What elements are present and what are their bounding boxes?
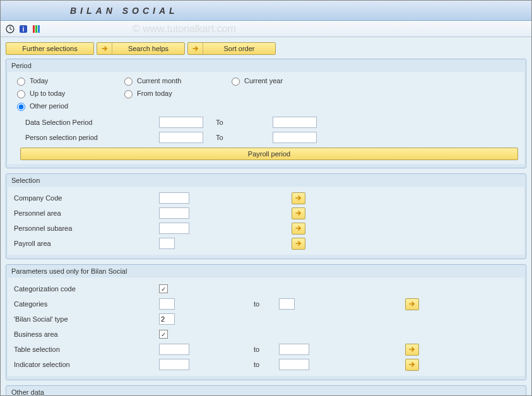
radio-up-to-today-label: Up to today bbox=[30, 90, 65, 97]
page-title: BILAN SOCIAL bbox=[70, 6, 179, 16]
business-area-row: Business area bbox=[14, 327, 518, 342]
person-selection-period-row: Person selection period To bbox=[14, 130, 518, 145]
data-selection-period-from-input[interactable] bbox=[159, 117, 203, 128]
payroll-period-button[interactable]: Payroll period bbox=[20, 148, 518, 160]
table-selection-row: Table selection to bbox=[14, 342, 518, 357]
selection-panel-title: Selection bbox=[6, 175, 526, 187]
svg-rect-6 bbox=[35, 25, 37, 33]
toolbar: i © www.tutorialkart.com bbox=[1, 21, 531, 37]
to-label: to bbox=[254, 300, 279, 308]
categories-to-input[interactable] bbox=[279, 298, 295, 310]
execute-icon[interactable] bbox=[4, 23, 16, 35]
parameters-panel-title: Parameters used only for Bilan Social bbox=[6, 266, 526, 277]
table-selection-to-input[interactable] bbox=[279, 344, 309, 355]
period-radio-grid: Today Current month Current year Up to t… bbox=[14, 76, 518, 111]
categorization-code-label: Categorization code bbox=[14, 285, 159, 293]
business-area-label: Business area bbox=[14, 330, 159, 338]
radio-today-label: Today bbox=[30, 77, 48, 84]
to-label: To bbox=[216, 119, 273, 126]
radio-up-to-today-input[interactable] bbox=[17, 90, 25, 98]
categories-row: Categories to bbox=[14, 296, 518, 312]
personnel-subarea-input[interactable] bbox=[159, 223, 189, 234]
table-selection-from-input[interactable] bbox=[159, 344, 189, 355]
personnel-area-multiselect-button[interactable] bbox=[292, 207, 305, 219]
company-code-row: Company Code bbox=[14, 190, 518, 206]
content-area: Further selections Search helps Sort ord… bbox=[1, 37, 531, 395]
person-selection-period-to-input[interactable] bbox=[273, 132, 317, 143]
radio-today-input[interactable] bbox=[17, 78, 25, 86]
arrow-right-icon bbox=[188, 43, 203, 54]
selection-panel-body: Company Code Personnel area Personnel su… bbox=[8, 187, 524, 255]
bilan-social-type-row: 'Bilan Social' type bbox=[14, 312, 518, 327]
radio-current-year[interactable]: Current year bbox=[228, 76, 355, 86]
further-selections-button[interactable]: Further selections bbox=[6, 42, 94, 55]
radio-current-year-input[interactable] bbox=[232, 78, 240, 86]
data-selection-period-row: Data Selection Period To bbox=[14, 115, 518, 130]
bilan-social-type-input[interactable] bbox=[159, 313, 175, 325]
radio-current-month[interactable]: Current month bbox=[121, 76, 228, 86]
svg-rect-5 bbox=[33, 25, 35, 33]
radio-other-period-input[interactable] bbox=[17, 103, 25, 111]
categorization-code-row: Categorization code bbox=[14, 281, 518, 296]
personnel-area-label: Personnel area bbox=[14, 209, 159, 217]
sort-order-label: Sort order bbox=[203, 45, 275, 52]
personnel-subarea-label: Personnel subarea bbox=[14, 224, 159, 232]
indicator-selection-from-input[interactable] bbox=[159, 359, 189, 370]
table-selection-label: Table selection bbox=[14, 346, 159, 353]
arrow-right-icon bbox=[97, 43, 112, 54]
personnel-subarea-multiselect-button[interactable] bbox=[292, 223, 305, 235]
other-data-panel: Other data bbox=[6, 385, 526, 396]
radio-today[interactable]: Today bbox=[14, 76, 121, 86]
data-selection-period-to-input[interactable] bbox=[273, 117, 317, 128]
indicator-selection-multiselect-button[interactable] bbox=[405, 359, 419, 371]
personnel-subarea-row: Personnel subarea bbox=[14, 221, 518, 236]
svg-line-2 bbox=[10, 29, 12, 30]
payroll-area-input[interactable] bbox=[159, 238, 175, 249]
watermark: © www.tutorialkart.com bbox=[133, 23, 236, 35]
other-data-panel-title: Other data bbox=[6, 387, 526, 396]
payroll-area-label: Payroll area bbox=[14, 240, 159, 247]
person-selection-period-label: Person selection period bbox=[25, 134, 159, 141]
radio-current-month-label: Current month bbox=[137, 77, 181, 84]
info-icon[interactable]: i bbox=[18, 23, 29, 35]
company-code-input[interactable] bbox=[159, 192, 189, 204]
svg-rect-7 bbox=[38, 25, 40, 33]
indicator-selection-row: Indicator selection to bbox=[14, 357, 518, 372]
table-selection-multiselect-button[interactable] bbox=[405, 344, 419, 356]
radio-from-today-input[interactable] bbox=[124, 90, 133, 98]
business-area-checkbox[interactable] bbox=[159, 330, 168, 339]
personnel-area-input[interactable] bbox=[159, 207, 189, 219]
window-title-bar: BILAN SOCIAL bbox=[1, 1, 531, 21]
company-code-multiselect-button[interactable] bbox=[292, 192, 305, 204]
categories-multiselect-button[interactable] bbox=[405, 298, 419, 310]
search-helps-button[interactable]: Search helps bbox=[97, 42, 185, 55]
to-label: To bbox=[216, 134, 273, 141]
radio-current-year-label: Current year bbox=[244, 77, 283, 84]
indicator-selection-to-input[interactable] bbox=[279, 359, 309, 370]
variant-icon[interactable] bbox=[31, 23, 42, 35]
to-label: to bbox=[254, 361, 279, 368]
data-selection-period-label: Data Selection Period bbox=[25, 119, 159, 126]
person-selection-period-from-input[interactable] bbox=[159, 132, 203, 143]
further-selections-label: Further selections bbox=[11, 45, 88, 52]
radio-current-month-input[interactable] bbox=[124, 78, 133, 86]
svg-text:i: i bbox=[23, 26, 25, 33]
categories-label: Categories bbox=[14, 300, 159, 308]
payroll-area-multiselect-button[interactable] bbox=[292, 238, 305, 250]
radio-from-today[interactable]: From today bbox=[121, 88, 228, 98]
payroll-period-label: Payroll period bbox=[26, 150, 512, 158]
radio-up-to-today[interactable]: Up to today bbox=[14, 88, 121, 98]
radio-other-period[interactable]: Other period bbox=[14, 101, 121, 111]
to-label: to bbox=[254, 346, 279, 353]
personnel-area-row: Personnel area bbox=[14, 206, 518, 221]
indicator-selection-label: Indicator selection bbox=[14, 361, 159, 368]
parameters-panel-body: Categorization code Categories to 'Bilan… bbox=[8, 277, 524, 376]
search-helps-label: Search helps bbox=[112, 45, 184, 52]
action-button-row: Further selections Search helps Sort ord… bbox=[6, 42, 526, 55]
radio-from-today-label: From today bbox=[137, 90, 172, 97]
categories-from-input[interactable] bbox=[159, 298, 175, 310]
categorization-code-checkbox[interactable] bbox=[159, 284, 168, 293]
payroll-area-row: Payroll area bbox=[14, 236, 518, 251]
sort-order-button[interactable]: Sort order bbox=[187, 42, 276, 55]
selection-panel: Selection Company Code Personnel area Pe… bbox=[6, 173, 526, 259]
